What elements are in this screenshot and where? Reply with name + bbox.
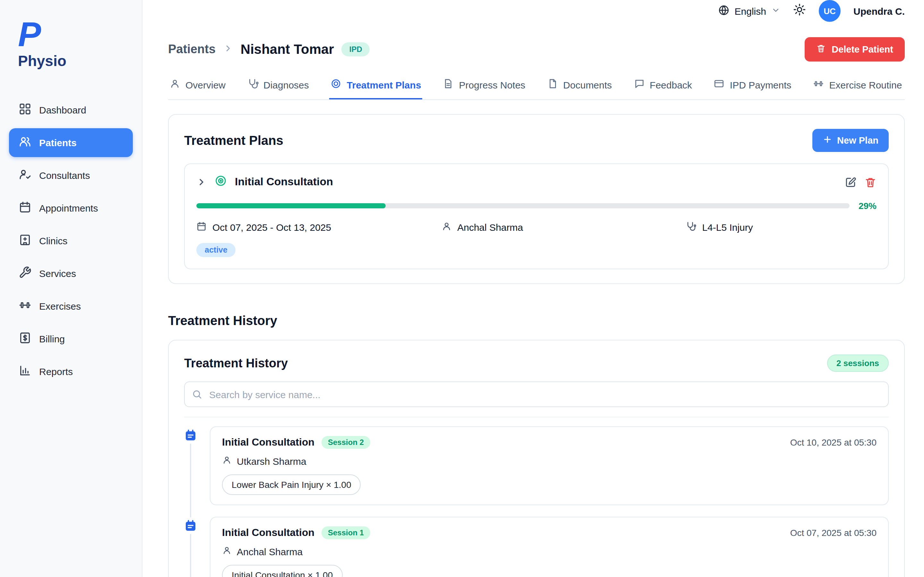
- person-icon: [222, 455, 232, 467]
- tab-label: Exercise Routine: [829, 79, 902, 90]
- entry-datetime: Oct 07, 2025 at 05:30: [790, 528, 877, 538]
- progress-fill: [196, 203, 386, 208]
- tab-feedback[interactable]: Feedback: [632, 77, 693, 100]
- document-icon: [547, 78, 558, 91]
- sidebar-item-billing[interactable]: Billing: [9, 324, 133, 353]
- new-plan-button[interactable]: New Plan: [812, 129, 889, 152]
- delete-patient-button[interactable]: Delete Patient: [804, 37, 905, 61]
- tab-documents[interactable]: Documents: [546, 77, 613, 100]
- language-selector[interactable]: English: [718, 4, 780, 18]
- timeline-line: [190, 434, 191, 577]
- sidebar-item-reports[interactable]: Reports: [9, 357, 133, 386]
- delete-patient-label: Delete Patient: [832, 44, 893, 55]
- tab-ipd-payments[interactable]: IPD Payments: [712, 77, 793, 100]
- sidebar-nav: Dashboard Patients Consultants Appointme…: [9, 95, 133, 386]
- edit-plan-icon[interactable]: [845, 176, 857, 188]
- history-entry-card[interactable]: Initial Consultation Session 1 Oct 07, 2…: [210, 517, 889, 577]
- plan-target-icon: [214, 174, 227, 190]
- sessions-count-badge: 2 sessions: [827, 355, 889, 372]
- person-icon: [222, 546, 232, 557]
- plan-date-range: Oct 07, 2025 - Oct 13, 2025: [196, 221, 441, 234]
- dashboard-grid-icon: [19, 103, 31, 117]
- entry-consultant: Anchal Sharma: [237, 546, 302, 557]
- plus-icon: [822, 135, 832, 146]
- brand-name: Physio: [18, 53, 124, 70]
- language-label: English: [735, 5, 766, 16]
- tab-treatment-plans[interactable]: Treatment Plans: [330, 77, 423, 100]
- dumbbell-icon: [19, 299, 31, 314]
- sidebar-item-label: Consultants: [39, 170, 90, 181]
- journal-icon: [184, 429, 197, 442]
- sidebar-item-label: Dashboard: [39, 105, 86, 115]
- plan-progress: 29%: [196, 201, 877, 211]
- plan-consultant-label: Anchal Sharma: [457, 222, 523, 233]
- session-badge: Session 1: [321, 526, 370, 539]
- history-entry-card[interactable]: Initial Consultation Session 2 Oct 10, 2…: [210, 426, 889, 505]
- tab-overview[interactable]: Overview: [168, 77, 227, 100]
- breadcrumb-patients-link[interactable]: Patients: [168, 42, 216, 56]
- credit-card-icon: [714, 78, 725, 91]
- tab-label: Documents: [563, 79, 612, 90]
- tab-label: Progress Notes: [459, 79, 525, 90]
- tab-label: Feedback: [650, 79, 692, 90]
- sidebar-item-label: Patients: [39, 137, 77, 148]
- clinic-building-icon: [19, 234, 31, 248]
- plan-name: Initial Consultation: [235, 176, 333, 189]
- sidebar-item-dashboard[interactable]: Dashboard: [9, 95, 133, 124]
- delete-plan-icon[interactable]: [864, 176, 877, 188]
- file-text-icon: [443, 78, 454, 91]
- treatment-plans-title: Treatment Plans: [184, 133, 283, 148]
- tab-diagnoses[interactable]: Diagnoses: [246, 77, 310, 100]
- sidebar-item-label: Exercises: [39, 301, 81, 311]
- breadcrumb: Patients Nishant Tomar IPD: [168, 42, 370, 57]
- globe-icon: [718, 4, 730, 18]
- session-badge: Session 2: [321, 436, 370, 449]
- person-icon: [441, 221, 451, 234]
- billing-icon: [19, 332, 31, 346]
- stethoscope-icon: [247, 78, 258, 91]
- tab-label: Overview: [186, 79, 226, 90]
- person-icon: [170, 78, 180, 91]
- topbar: English UC Upendra C.: [142, 0, 924, 22]
- sidebar-item-services[interactable]: Services: [9, 259, 133, 288]
- plan-diagnosis-label: L4-L5 Injury: [702, 222, 753, 233]
- expand-chevron-icon[interactable]: [196, 177, 207, 187]
- treatment-history-card-title: Treatment History: [184, 356, 288, 370]
- progress-track: [196, 203, 850, 208]
- progress-percent: 29%: [859, 201, 877, 211]
- theme-toggle[interactable]: [793, 3, 806, 19]
- sidebar-item-label: Billing: [39, 334, 65, 344]
- user-name: Upendra C.: [853, 5, 905, 16]
- chat-bubble-icon: [634, 78, 645, 91]
- history-entry: Initial Consultation Session 2 Oct 10, 2…: [210, 426, 889, 505]
- brand-logo[interactable]: P Physio: [9, 17, 133, 70]
- sidebar-item-clinics[interactable]: Clinics: [9, 226, 133, 255]
- brand-logo-mark: P: [18, 17, 124, 51]
- bar-chart-icon: [19, 364, 31, 379]
- entry-service-pill: Lower Back Pain Injury × 1.00: [222, 474, 361, 495]
- patient-tabs: Overview Diagnoses Treatment Plans Progr…: [168, 77, 905, 100]
- treatment-history-card: Treatment History 2 sessions: [168, 340, 905, 577]
- patients-icon: [19, 135, 31, 150]
- wrench-icon: [19, 266, 31, 281]
- sidebar-item-appointments[interactable]: Appointments: [9, 193, 133, 222]
- sidebar-item-exercises[interactable]: Exercises: [9, 292, 133, 321]
- tab-label: Diagnoses: [263, 79, 309, 90]
- tab-exercise-routine[interactable]: Exercise Routine: [812, 77, 903, 100]
- sidebar-item-consultants[interactable]: Consultants: [9, 161, 133, 190]
- user-avatar[interactable]: UC: [819, 0, 841, 22]
- sidebar-item-label: Services: [39, 268, 76, 279]
- sidebar-item-label: Clinics: [39, 235, 67, 246]
- dumbbell-icon: [813, 78, 824, 91]
- tab-progress-notes[interactable]: Progress Notes: [442, 77, 527, 100]
- search-input[interactable]: [184, 382, 889, 407]
- sidebar-item-patients[interactable]: Patients: [9, 128, 133, 157]
- entry-service-name: Initial Consultation: [222, 437, 314, 448]
- divider: [184, 417, 889, 417]
- calendar-icon: [196, 221, 207, 234]
- ipd-badge: IPD: [342, 42, 370, 56]
- entry-consultant: Utkarsh Sharma: [237, 456, 306, 466]
- plan-status-badge: active: [196, 243, 236, 257]
- history-timeline: Initial Consultation Session 2 Oct 10, 2…: [184, 426, 889, 577]
- treatment-plans-card: Treatment Plans New Plan Initial Consult…: [168, 114, 905, 284]
